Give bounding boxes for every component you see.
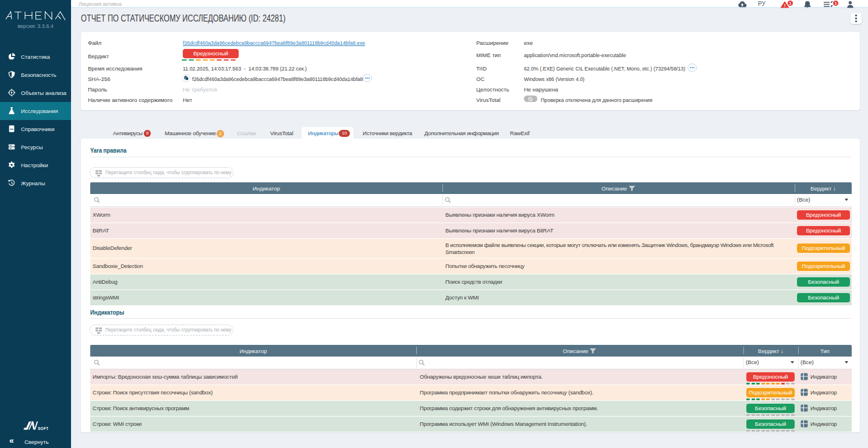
svg-text:1: 1	[789, 1, 792, 5]
svg-text:!: !	[784, 3, 786, 8]
svg-text:SOFT: SOFT	[38, 426, 48, 431]
svg-text:1: 1	[835, 1, 837, 5]
